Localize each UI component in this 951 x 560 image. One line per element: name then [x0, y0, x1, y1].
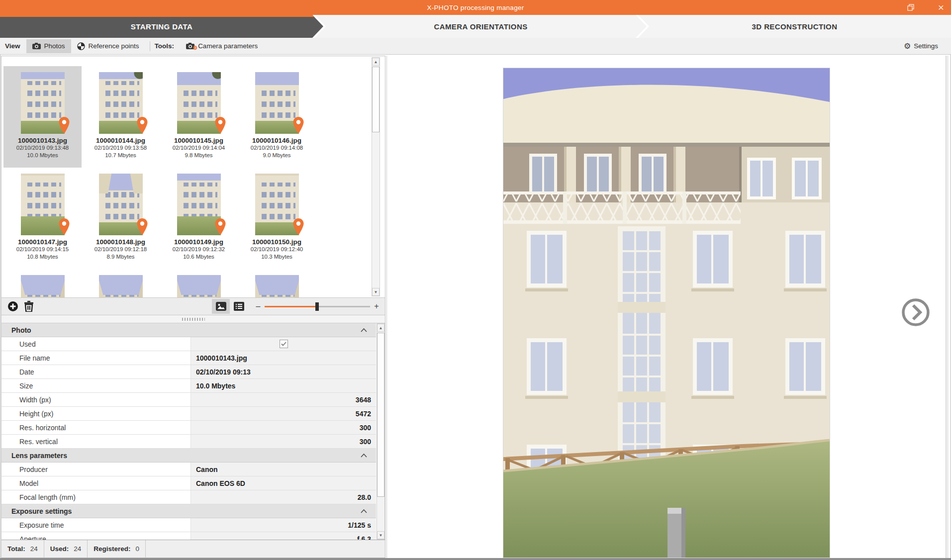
- thumbnail-date: 02/10/2019 09:12:32: [160, 246, 238, 253]
- zoom-in-icon[interactable]: +: [373, 302, 380, 311]
- thumbnail-view-button[interactable]: [212, 299, 230, 314]
- gear-icon: ⚙: [904, 42, 911, 50]
- property-group-lens[interactable]: Lens parameters: [1, 449, 376, 463]
- thumbnail-image: [177, 275, 221, 297]
- settings-button[interactable]: ⚙ Settings: [898, 39, 944, 53]
- thumbnail-filename: 1000010150.jpg: [238, 238, 316, 246]
- thumbnail-filename: 1000010148.jpg: [82, 238, 160, 246]
- map-pin-icon: [214, 218, 226, 236]
- thumbnail-image: [21, 174, 65, 235]
- tab-starting-data[interactable]: STARTING DATA: [0, 15, 323, 38]
- thumbnail-item-partial[interactable]: [82, 269, 160, 297]
- title-bar: X-PHOTO processing manager ×: [0, 0, 951, 15]
- propgrid-scrollbar[interactable]: ▲ ▼: [377, 323, 385, 540]
- map-pin-icon: [136, 116, 148, 135]
- panel-splitter[interactable]: [1, 315, 385, 323]
- thumbnail-item-partial[interactable]: [160, 269, 238, 297]
- thumbnail-image: [255, 174, 299, 235]
- thumbnail-item[interactable]: 1000010149.jpg 02/10/2019 09:12:32 10.6 …: [160, 168, 238, 269]
- chevron-up-icon[interactable]: [361, 328, 367, 332]
- status-total: Total: 24: [1, 540, 44, 558]
- photos-button[interactable]: Photos: [26, 39, 71, 53]
- view-label: View: [5, 42, 20, 50]
- window-right-edge: [946, 56, 949, 558]
- property-row-size[interactable]: Size 10.0 Mbytes: [1, 379, 376, 393]
- thumbnail-size: 10.6 Mbytes: [160, 253, 238, 261]
- property-row-producer[interactable]: Producer Canon: [1, 463, 376, 476]
- thumbnail-size: 8.9 Mbytes: [82, 253, 160, 261]
- chevron-up-icon[interactable]: [361, 509, 367, 513]
- thumbnail-size: 10.3 Mbytes: [238, 253, 316, 261]
- camera-parameters-button[interactable]: ⚙ Camera parameters: [180, 39, 264, 53]
- property-row-model[interactable]: Model Canon EOS 6D: [1, 476, 376, 490]
- tab-camera-orientations[interactable]: CAMERA ORIENTATIONS: [315, 15, 647, 38]
- thumbnail-date: 02/10/2019 09:12:40: [238, 246, 316, 253]
- property-row-height[interactable]: Height (px) 5472: [1, 407, 376, 421]
- delete-photo-button[interactable]: [24, 301, 33, 312]
- tools-label: Tools:: [155, 42, 175, 50]
- thumbnail-image: [99, 174, 143, 235]
- property-row-aperture[interactable]: Aperture f 6.3: [1, 532, 376, 540]
- thumbnails-scrollbar[interactable]: ▲ ▼: [372, 57, 380, 296]
- thumbnail-item[interactable]: 1000010146.jpg 02/10/2019 09:14:08 9.0 M…: [238, 66, 316, 168]
- left-panel: 1000010143.jpg 02/10/2019 09:13:48 10.0 …: [1, 56, 385, 558]
- selected-photo-preview[interactable]: [503, 68, 830, 558]
- property-row-filename[interactable]: File name 1000010143.jpg: [1, 351, 376, 365]
- property-row-width[interactable]: Width (px) 3648: [1, 393, 376, 407]
- thumbnail-date: 02/10/2019 09:13:58: [82, 144, 160, 152]
- scrollbar-thumb[interactable]: [372, 67, 380, 132]
- close-icon[interactable]: ×: [938, 0, 944, 14]
- property-row-focal-length[interactable]: Focal length (mm) 28.0: [1, 490, 376, 504]
- scroll-down-icon[interactable]: ▼: [377, 531, 384, 539]
- map-pin-icon: [292, 218, 304, 236]
- thumbnail-item[interactable]: 1000010148.jpg 02/10/2019 09:12:18 8.9 M…: [82, 168, 160, 269]
- thumbnail-item[interactable]: 1000010145.jpg 02/10/2019 09:14:04 9.8 M…: [160, 66, 238, 168]
- scroll-down-icon[interactable]: ▼: [372, 288, 380, 296]
- property-group-photo[interactable]: Photo: [1, 323, 376, 337]
- property-group-exposure[interactable]: Exposure settings: [1, 504, 376, 518]
- camera-gear-icon: ⚙: [186, 43, 194, 49]
- list-view-button[interactable]: [230, 299, 248, 314]
- window-bottom-edge: [0, 558, 951, 560]
- scrollbar-thumb[interactable]: [377, 333, 384, 497]
- property-row-res-horizontal[interactable]: Res. horizontal 300: [1, 421, 376, 435]
- slider-handle[interactable]: [315, 302, 319, 311]
- thumbnail-toolbar: – +: [1, 297, 385, 315]
- thumbnail-size-slider[interactable]: – +: [255, 302, 380, 311]
- list-view-icon: [234, 302, 244, 311]
- property-row-used[interactable]: Used: [1, 337, 376, 351]
- property-row-res-vertical[interactable]: Res. vertical 300: [1, 435, 376, 449]
- thumbnail-filename: 1000010149.jpg: [160, 238, 238, 246]
- thumbnail-item[interactable]: 1000010147.jpg 02/10/2019 09:14:15 10.8 …: [3, 168, 82, 269]
- property-row-exposure-time[interactable]: Exposure time 1/125 s: [1, 518, 376, 532]
- map-pin-icon: [58, 218, 70, 236]
- thumbnail-image: [21, 275, 65, 297]
- thumbnail-item[interactable]: 1000010144.jpg 02/10/2019 09:13:58 10.7 …: [82, 66, 160, 168]
- scroll-up-icon[interactable]: ▲: [372, 58, 380, 66]
- step-tabbar: STARTING DATA CAMERA ORIENTATIONS 3D REC…: [0, 15, 951, 38]
- thumbnail-image: [21, 72, 65, 134]
- building-photo: [503, 68, 830, 558]
- chevron-up-icon[interactable]: [361, 454, 367, 458]
- scroll-up-icon[interactable]: ▲: [377, 324, 384, 332]
- tab-3d-reconstruction[interactable]: 3D RECONSTRUCTION: [638, 15, 951, 38]
- used-checkbox[interactable]: [280, 340, 288, 348]
- app-window: X-PHOTO processing manager × STARTING DA…: [0, 0, 951, 560]
- restore-icon[interactable]: [907, 4, 914, 11]
- zoom-out-icon[interactable]: –: [255, 302, 262, 311]
- thumbnail-image: [99, 275, 143, 297]
- thumbnail-item-partial[interactable]: [3, 269, 82, 297]
- thumbnail-size: 10.8 Mbytes: [3, 253, 82, 261]
- thumbnail-item-partial[interactable]: [238, 269, 316, 297]
- reference-points-button[interactable]: Reference points: [71, 39, 145, 53]
- next-step-button[interactable]: [901, 297, 931, 327]
- photo-preview-pane: [386, 56, 949, 558]
- property-row-date[interactable]: Date 02/10/2019 09:13: [1, 365, 376, 379]
- add-photo-button[interactable]: [7, 301, 18, 312]
- thumbnail-item[interactable]: 1000010143.jpg 02/10/2019 09:13:48 10.0 …: [3, 66, 82, 168]
- main-toolbar: View Photos Reference points Tools:: [0, 38, 951, 55]
- map-pin-icon: [136, 218, 148, 236]
- thumbnail-item[interactable]: 1000010150.jpg 02/10/2019 09:12:40 10.3 …: [238, 168, 316, 269]
- thumbnail-image: [99, 72, 143, 134]
- status-bar: Total: 24 Used: 24 Registered: 0: [1, 540, 385, 558]
